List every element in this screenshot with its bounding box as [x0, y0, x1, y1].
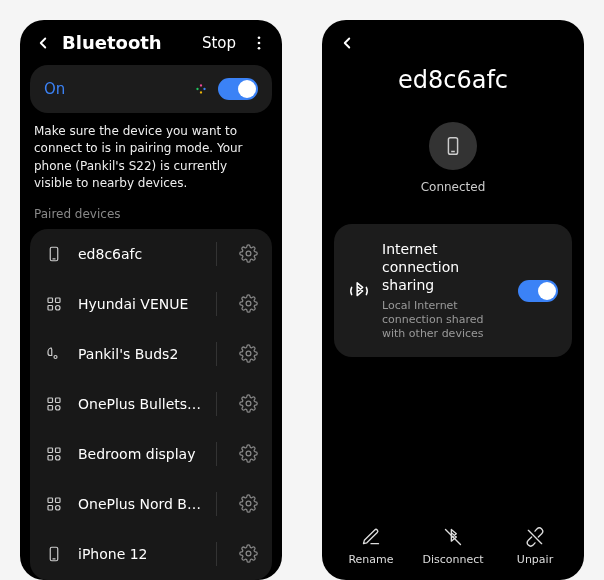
connection-status: Connected [322, 180, 584, 194]
device-type-badge [429, 122, 477, 170]
device-row[interactable]: iPhone 12 [30, 529, 272, 579]
svg-point-14 [246, 301, 251, 306]
svg-rect-23 [56, 448, 61, 453]
gear-icon[interactable] [239, 394, 258, 413]
bluetooth-toggle-row[interactable]: On [30, 65, 272, 113]
svg-point-4 [203, 88, 205, 90]
svg-rect-18 [56, 398, 61, 403]
device-type-icon [44, 345, 64, 363]
rename-button[interactable]: Rename [330, 527, 412, 566]
on-label: On [44, 80, 194, 98]
svg-rect-12 [48, 305, 53, 310]
device-name-label: Bedroom display [78, 446, 202, 462]
bluetooth-settings-screen: Bluetooth Stop On Make sure the device y… [20, 20, 282, 580]
device-row[interactable]: OnePlus Bullets Wireless Z [30, 379, 272, 429]
device-name-label: Pankil's Buds2 [78, 346, 202, 362]
separator [216, 542, 217, 566]
sharing-subtitle: Local Internet connection shared with ot… [382, 299, 506, 342]
device-type-icon [44, 245, 64, 263]
svg-rect-27 [48, 498, 53, 503]
svg-point-1 [258, 41, 261, 44]
svg-point-9 [246, 251, 251, 256]
bluetooth-tether-icon [348, 280, 370, 302]
separator [216, 492, 217, 516]
gear-icon[interactable] [239, 444, 258, 463]
unpair-label: Unpair [517, 553, 553, 566]
gear-icon[interactable] [239, 244, 258, 263]
more-icon[interactable] [250, 34, 268, 52]
bluetooth-switch[interactable] [218, 78, 258, 100]
device-row[interactable]: Bedroom display [30, 429, 272, 479]
gear-icon[interactable] [239, 544, 258, 563]
disconnect-button[interactable]: Disconnect [412, 527, 494, 566]
rename-label: Rename [348, 553, 393, 566]
device-type-icon [44, 495, 64, 513]
svg-rect-29 [48, 505, 53, 510]
gear-icon[interactable] [239, 294, 258, 313]
svg-point-0 [258, 36, 261, 39]
device-type-icon [44, 445, 64, 463]
device-type-icon [44, 295, 64, 313]
svg-point-20 [56, 405, 61, 410]
device-type-icon [44, 395, 64, 413]
svg-rect-10 [48, 298, 53, 303]
device-row[interactable]: Hyundai VENUE [30, 279, 272, 329]
paired-devices-list: ed8c6afc Hyundai VENUE Pankil's Buds2 On… [30, 229, 272, 580]
back-icon[interactable] [338, 34, 356, 52]
svg-rect-24 [48, 455, 53, 460]
svg-point-5 [200, 84, 202, 86]
svg-point-2 [258, 46, 261, 49]
svg-point-25 [56, 455, 61, 460]
header [322, 20, 584, 60]
device-name-label: iPhone 12 [78, 546, 202, 562]
stop-button[interactable]: Stop [202, 34, 236, 52]
svg-point-31 [246, 501, 251, 506]
separator [216, 442, 217, 466]
separator [216, 392, 217, 416]
svg-point-3 [196, 88, 198, 90]
device-row[interactable]: Pankil's Buds2 [30, 329, 272, 379]
svg-rect-17 [48, 398, 53, 403]
bottom-action-bar: Rename Disconnect Unpair [322, 515, 584, 580]
svg-point-21 [246, 401, 251, 406]
device-row[interactable]: ed8c6afc [30, 229, 272, 279]
disconnect-label: Disconnect [422, 553, 483, 566]
pairing-description: Make sure the device you want to connect… [20, 123, 282, 207]
internet-sharing-card[interactable]: Internet connection sharing Local Intern… [334, 224, 572, 357]
svg-point-16 [246, 351, 251, 356]
svg-point-15 [54, 355, 57, 358]
unpair-button[interactable]: Unpair [494, 527, 576, 566]
svg-point-26 [246, 451, 251, 456]
device-type-icon [44, 545, 64, 563]
device-name-label: OnePlus Bullets Wireless Z [78, 396, 202, 412]
gear-icon[interactable] [239, 344, 258, 363]
separator [216, 342, 217, 366]
svg-rect-22 [48, 448, 53, 453]
sparkle-icon [194, 82, 208, 96]
gear-icon[interactable] [239, 494, 258, 513]
svg-rect-11 [56, 298, 61, 303]
svg-rect-19 [48, 405, 53, 410]
svg-point-13 [56, 305, 61, 310]
separator [216, 292, 217, 316]
svg-point-30 [56, 505, 61, 510]
svg-point-6 [200, 91, 202, 93]
device-name-label: Hyundai VENUE [78, 296, 202, 312]
device-name-label: ed8c6afc [78, 246, 202, 262]
section-label: Paired devices [20, 207, 282, 229]
device-detail-screen: ed8c6afc Connected Internet connection s… [322, 20, 584, 580]
device-name-label: OnePlus Nord Buds CE [78, 496, 202, 512]
device-name: ed8c6afc [322, 66, 584, 94]
svg-rect-28 [56, 498, 61, 503]
page-title: Bluetooth [62, 32, 192, 53]
device-row[interactable]: OnePlus Nord Buds CE [30, 479, 272, 529]
svg-point-34 [246, 551, 251, 556]
svg-line-38 [528, 530, 541, 543]
separator [216, 242, 217, 266]
sharing-switch[interactable] [518, 280, 558, 302]
back-icon[interactable] [34, 34, 52, 52]
sharing-title: Internet connection sharing [382, 240, 506, 295]
header: Bluetooth Stop [20, 20, 282, 61]
